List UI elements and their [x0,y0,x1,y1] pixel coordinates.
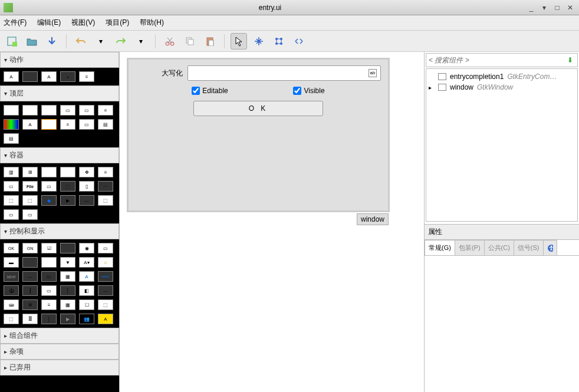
widget-icon[interactable]: ▭ [41,181,57,192]
widget-icon[interactable]: ⬚ [98,195,113,206]
minimize-button[interactable]: _ [526,3,537,12]
tree-row-entrycompletion[interactable]: entrycompletion1 GtkEntryCom… [429,71,575,82]
menu-file[interactable]: 文件(F) [4,18,27,28]
paste-button[interactable] [202,33,218,50]
widget-icon[interactable]: ⬚ [22,195,38,206]
widget-icon[interactable] [41,105,57,116]
widget-icon[interactable]: ▯ [79,181,94,192]
widget-tree[interactable]: entrycompletion1 GtkEntryCom… ▸ window G… [426,68,578,222]
widget-icon[interactable]: ▶ [60,314,75,324]
save-button[interactable] [44,33,60,50]
widget-icon[interactable] [41,119,57,130]
widget-icon[interactable]: ⏻ [4,285,19,296]
ok-button[interactable]: O K [193,101,323,116]
widget-icon[interactable]: ON [22,243,38,253]
text-entry[interactable]: ab [187,65,381,81]
widget-icon[interactable]: ≡ [60,119,75,130]
widget-icon[interactable] [41,257,57,268]
palette-cat-deprecated[interactable]: 已弃用 [0,360,119,375]
entry-label[interactable]: 大写化 [136,68,183,78]
widget-icon[interactable] [22,257,38,268]
tab-packing[interactable]: 包装(P) [455,240,485,255]
visible-checkbox[interactable]: Visible [293,87,324,95]
widget-icon[interactable]: — [22,271,38,282]
palette-cat-control[interactable]: 控制和显示 [0,223,119,239]
align-edit-button[interactable] [291,33,307,50]
visible-check-input[interactable] [293,87,301,95]
window-name-tag[interactable]: window [357,213,389,225]
inspector-search-input[interactable] [429,56,563,64]
widget-icon[interactable]: ⌂ [98,257,113,268]
widget-icon[interactable]: ⬚ [60,181,75,192]
widget-icon[interactable]: ― [98,285,113,296]
widget-icon[interactable]: ⌨ [4,299,19,310]
menu-edit[interactable]: 编辑(E) [37,18,61,28]
widget-icon[interactable]: ◆ [41,195,57,206]
widget-icon[interactable]: ≡ [98,105,113,116]
widget-icon[interactable]: ☐ [79,299,94,310]
widget-icon[interactable]: ▦ [60,299,75,310]
editable-checkbox[interactable]: Editable [192,87,228,95]
widget-icon[interactable] [4,105,19,116]
widget-icon[interactable]: ▭ [22,209,38,220]
widget-icon[interactable]: ▥ [4,167,19,177]
close-button[interactable]: ✕ [565,3,575,12]
widget-icon[interactable] [22,71,38,82]
menu-view[interactable]: 视图(V) [71,18,95,28]
new-button[interactable] [4,33,20,50]
widget-icon[interactable]: ▭ [79,105,94,116]
editable-check-input[interactable] [192,87,200,95]
widget-icon[interactable]: │ [41,314,57,324]
widget-icon[interactable]: ▬ [4,257,19,268]
menu-help[interactable]: 帮助(H) [140,18,164,28]
tab-signals[interactable]: 信号(S) [514,240,544,255]
widget-icon[interactable]: File [22,181,38,192]
copy-button[interactable] [182,33,198,50]
undo-button[interactable] [73,33,89,50]
widget-icon[interactable]: ⬚ [4,195,19,206]
widget-icon[interactable]: ▤ [98,119,113,130]
widget-icon[interactable]: A [79,271,94,282]
palette-cat-composite[interactable]: 组合组件 [0,328,119,344]
widget-icon[interactable]: A [22,119,38,130]
widget-icon[interactable]: ▭ [4,209,19,220]
tab-common[interactable]: 公共(C) [484,240,514,255]
menu-project[interactable]: 项目(P) [106,18,129,28]
widget-icon[interactable]: A [4,71,19,82]
widget-icon[interactable]: ≡ [41,299,57,310]
widget-icon[interactable]: label [4,271,19,282]
widget-icon[interactable]: ▭ [60,105,75,116]
widget-icon[interactable]: ⬚ [98,299,113,310]
cut-button[interactable] [162,33,178,50]
widget-icon[interactable]: • [60,71,75,82]
widget-icon[interactable]: ▶ [60,195,75,206]
widget-icon[interactable]: ◉ [79,243,94,253]
input-method-icon[interactable]: ab [369,69,377,77]
widget-icon[interactable]: ≣ [22,314,38,324]
widget-icon[interactable]: ⬚ [4,314,19,324]
widget-icon[interactable] [4,119,19,130]
widget-icon[interactable]: ✲ [22,299,38,310]
widget-icon[interactable]: ▭ [41,285,57,296]
widget-icon[interactable]: ▦ [60,271,75,282]
drag-resize-button[interactable] [251,33,267,50]
widget-icon[interactable]: A [41,71,57,82]
widget-icon[interactable] [60,243,75,253]
widget-icon[interactable]: ▭ [79,119,94,130]
widget-icon[interactable] [60,167,75,177]
design-area[interactable]: 大写化 ab Editable Visible O K [123,55,420,388]
widget-icon[interactable]: ▭ [98,243,113,253]
widget-icon[interactable]: ▤ [4,133,19,144]
widget-icon[interactable]: ▼ [60,257,75,268]
maximize-button[interactable]: □ [552,3,562,12]
margin-edit-button[interactable] [271,33,287,50]
tab-a11y[interactable] [543,240,557,255]
palette-cat-misc[interactable]: 杂项 [0,344,119,360]
widget-icon[interactable]: │ [60,285,75,296]
widget-icon[interactable]: ✥ [79,167,94,177]
selector-button[interactable] [231,33,247,50]
widget-icon[interactable]: ― [79,195,94,206]
undo-menu-button[interactable]: ▾ [93,33,109,50]
widget-icon[interactable]: OK [4,243,19,253]
maximize-down-button[interactable]: ▾ [539,3,550,12]
